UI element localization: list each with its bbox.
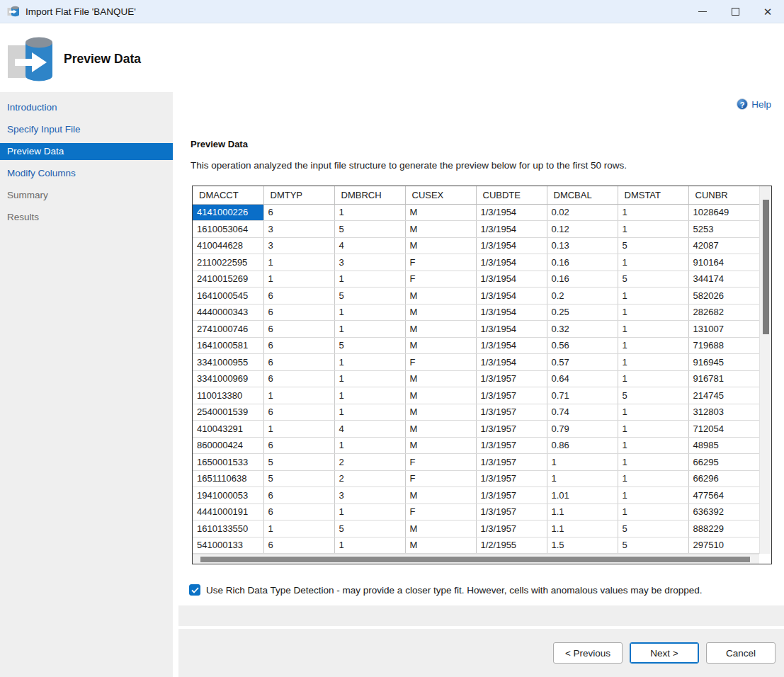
table-cell[interactable]: 214745: [688, 387, 759, 404]
table-cell[interactable]: 719688: [688, 337, 759, 354]
table-cell[interactable]: 1: [263, 421, 334, 438]
table-cell[interactable]: M: [405, 288, 476, 305]
table-cell[interactable]: 1/3/1954: [476, 254, 547, 271]
table-cell[interactable]: 3: [334, 487, 405, 504]
table-cell[interactable]: 1610133550: [193, 520, 263, 537]
table-cell[interactable]: 42087: [688, 237, 759, 254]
table-cell[interactable]: 6: [263, 504, 334, 520]
horizontal-scrollbar-thumb[interactable]: [200, 557, 750, 562]
table-cell[interactable]: 1: [618, 437, 688, 454]
table-cell[interactable]: 2410015269: [193, 271, 263, 288]
table-cell[interactable]: 6: [263, 537, 334, 554]
table-cell[interactable]: 2540001539: [193, 404, 263, 421]
table-cell[interactable]: M: [405, 404, 476, 421]
table-cell[interactable]: 1: [618, 221, 688, 238]
table-cell[interactable]: 5: [334, 520, 405, 537]
table-cell[interactable]: 1641000581: [193, 337, 263, 354]
sidebar-item-introduction[interactable]: Introduction: [0, 99, 173, 116]
table-cell[interactable]: 1: [263, 271, 334, 288]
table-cell[interactable]: 1: [618, 204, 688, 221]
table-cell[interactable]: M: [405, 204, 476, 221]
table-cell[interactable]: 1: [618, 321, 688, 338]
table-cell[interactable]: 2741000746: [193, 321, 263, 338]
table-cell[interactable]: 1: [618, 370, 688, 387]
table-cell[interactable]: M: [405, 337, 476, 354]
table-cell[interactable]: 1: [263, 254, 334, 271]
table-cell[interactable]: 0.2: [547, 288, 618, 305]
cancel-button[interactable]: Cancel: [706, 642, 776, 664]
table-cell[interactable]: 1: [334, 321, 405, 338]
table-cell[interactable]: 1.1: [547, 520, 618, 537]
table-cell[interactable]: 0.56: [547, 337, 618, 354]
table-cell[interactable]: 3341000969: [193, 370, 263, 387]
table-cell[interactable]: 1.5: [547, 537, 618, 554]
table-cell[interactable]: 1: [334, 204, 405, 221]
sidebar-item-modify-columns[interactable]: Modify Columns: [0, 165, 173, 182]
table-cell[interactable]: 5: [618, 387, 688, 404]
table-cell[interactable]: 1/3/1954: [476, 354, 547, 371]
table-cell[interactable]: 541000133: [193, 537, 263, 554]
table-cell[interactable]: 1/3/1957: [476, 421, 547, 438]
table-cell[interactable]: 2110022595: [193, 254, 263, 271]
table-cell[interactable]: 1/3/1957: [476, 470, 547, 487]
table-cell[interactable]: 1941000053: [193, 487, 263, 504]
rich-data-type-checkbox[interactable]: [189, 584, 200, 596]
table-cell[interactable]: 712054: [688, 421, 759, 438]
table-cell[interactable]: 5: [618, 237, 688, 254]
table-cell[interactable]: 6: [263, 337, 334, 354]
table-cell[interactable]: 6: [263, 354, 334, 371]
table-cell[interactable]: 1: [618, 504, 688, 520]
table-cell[interactable]: 916781: [688, 370, 759, 387]
table-cell[interactable]: 1/3/1957: [476, 504, 547, 520]
table-cell[interactable]: 48985: [688, 437, 759, 454]
help-link[interactable]: ? Help: [737, 98, 771, 110]
table-cell[interactable]: 1/3/1957: [476, 370, 547, 387]
table-cell[interactable]: 582026: [688, 288, 759, 305]
table-cell[interactable]: 1: [334, 404, 405, 421]
table-cell[interactable]: 1028649: [688, 204, 759, 221]
table-cell[interactable]: F: [405, 271, 476, 288]
table-cell[interactable]: F: [405, 504, 476, 520]
table-cell[interactable]: 4440000343: [193, 304, 263, 321]
table-cell[interactable]: 1: [334, 437, 405, 454]
table-cell[interactable]: 1: [263, 387, 334, 404]
table-cell[interactable]: 1/3/1954: [476, 237, 547, 254]
table-cell[interactable]: 6: [263, 288, 334, 305]
table-cell[interactable]: 1: [334, 271, 405, 288]
table-cell[interactable]: M: [405, 370, 476, 387]
table-cell[interactable]: 0.79: [547, 421, 618, 438]
table-cell[interactable]: 0.32: [547, 321, 618, 338]
table-cell[interactable]: 1: [618, 337, 688, 354]
table-cell[interactable]: M: [405, 304, 476, 321]
table-cell[interactable]: 0.02: [547, 204, 618, 221]
table-cell[interactable]: 0.16: [547, 254, 618, 271]
table-cell[interactable]: 6: [263, 321, 334, 338]
table-cell[interactable]: 1: [618, 354, 688, 371]
table-cell[interactable]: 1/3/1957: [476, 487, 547, 504]
table-cell[interactable]: 1: [618, 470, 688, 487]
table-cell[interactable]: 1641000545: [193, 288, 263, 305]
table-cell[interactable]: 1/3/1957: [476, 404, 547, 421]
table-cell[interactable]: 3: [334, 254, 405, 271]
table-cell[interactable]: 6: [263, 404, 334, 421]
table-cell[interactable]: 6: [263, 487, 334, 504]
table-cell[interactable]: 5: [334, 221, 405, 238]
table-cell[interactable]: 910164: [688, 254, 759, 271]
table-cell[interactable]: 1.1: [547, 504, 618, 520]
table-cell[interactable]: 4: [334, 237, 405, 254]
table-cell[interactable]: M: [405, 537, 476, 554]
table-cell[interactable]: 1: [334, 504, 405, 520]
table-cell[interactable]: 1/2/1955: [476, 537, 547, 554]
table-cell[interactable]: 5: [618, 271, 688, 288]
table-cell[interactable]: M: [405, 437, 476, 454]
table-cell[interactable]: 1/3/1954: [476, 271, 547, 288]
table-cell[interactable]: 2: [334, 470, 405, 487]
table-cell[interactable]: 4141000226: [193, 204, 263, 221]
table-cell[interactable]: 5: [618, 537, 688, 554]
table-cell[interactable]: M: [405, 237, 476, 254]
table-cell[interactable]: 1: [334, 387, 405, 404]
table-cell[interactable]: 4: [334, 421, 405, 438]
table-cell[interactable]: 0.12: [547, 221, 618, 238]
table-cell[interactable]: 3: [263, 237, 334, 254]
table-cell[interactable]: F: [405, 254, 476, 271]
